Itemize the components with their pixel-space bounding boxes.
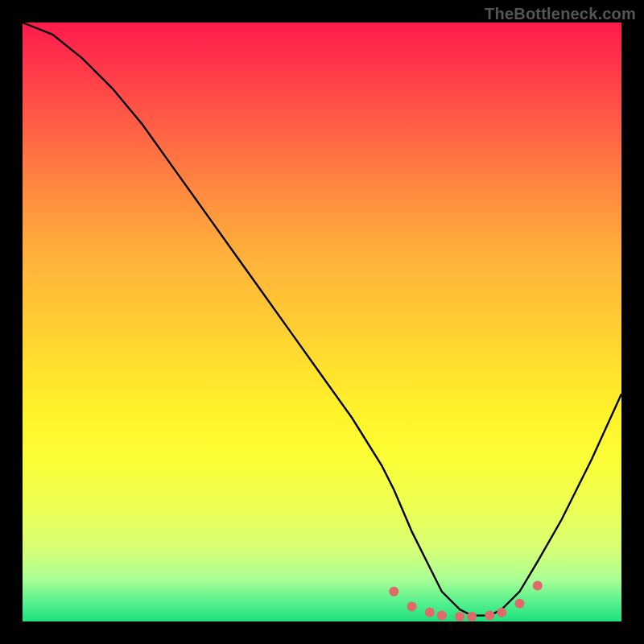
marker-dot	[497, 608, 506, 617]
marker-dot	[467, 612, 477, 621]
marker-dot	[455, 612, 464, 621]
bottleneck-curve	[23, 23, 621, 616]
marker-dot	[437, 611, 447, 621]
chart-frame: TheBottleneck.com	[0, 0, 644, 644]
optimal-range-markers	[389, 580, 543, 621]
marker-dot	[533, 580, 543, 590]
marker-dot	[389, 587, 398, 597]
marker-dot	[407, 601, 417, 611]
watermark-text: TheBottleneck.com	[485, 5, 636, 23]
marker-dot	[485, 611, 494, 621]
marker-dot	[425, 608, 435, 617]
plot-area	[23, 23, 621, 621]
marker-dot	[515, 599, 525, 609]
curve-svg	[23, 23, 621, 621]
